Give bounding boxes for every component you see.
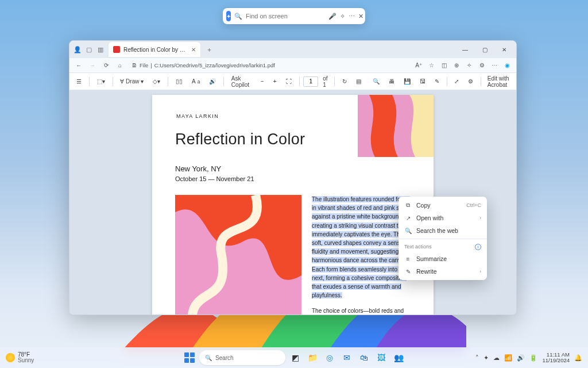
extensions-icon[interactable]: ✧ bbox=[463, 60, 475, 71]
close-icon[interactable]: ✕ bbox=[358, 12, 363, 21]
tray-battery-icon[interactable]: 🔋 bbox=[529, 354, 537, 362]
weather-condition: Sunny bbox=[18, 358, 34, 364]
url-scheme: File bbox=[140, 62, 148, 68]
open-with-icon: ↗ bbox=[404, 214, 412, 222]
zoom-in-button[interactable]: + bbox=[270, 75, 280, 88]
context-separator bbox=[399, 239, 487, 239]
favorite-icon[interactable]: ☆ bbox=[425, 60, 437, 71]
page-view-icon[interactable]: ▤ bbox=[353, 75, 365, 88]
back-button[interactable]: ← bbox=[73, 60, 84, 71]
taskbar-clock[interactable]: 11:11 AM 11/19/2024 bbox=[542, 352, 570, 363]
hero-art bbox=[358, 95, 434, 157]
copilot-sidebar-icon[interactable]: ◉ bbox=[501, 60, 513, 71]
fit-page-icon[interactable]: ⛶ bbox=[283, 75, 295, 88]
context-summarize[interactable]: ≡ Summarize bbox=[399, 252, 487, 265]
copilot-logo-icon: ✦ bbox=[226, 11, 231, 21]
address-bar-row: ← → ⟳ ⌂ 🗎 File | C:Users/Onedrive/5_izza… bbox=[69, 58, 516, 73]
weather-sun-icon bbox=[6, 353, 15, 362]
paragraph-body: The choice of colors—bold reds and gentl… bbox=[312, 306, 411, 315]
context-copy[interactable]: ⧉ Copy Ctrl+C bbox=[399, 199, 487, 212]
settings-pdf-icon[interactable]: ⚙ bbox=[465, 75, 477, 88]
search-pdf-icon[interactable]: 🔍 bbox=[369, 75, 383, 88]
address-bar[interactable]: 🗎 File | C:Users/Onedrive/5_izza/lovegiv… bbox=[128, 62, 411, 68]
find-on-screen-bar[interactable]: ✦ 🔍 🎤 ✧ ⋯ ✕ bbox=[223, 8, 365, 24]
text-size-icon[interactable]: Aa bbox=[188, 75, 203, 88]
find-on-screen-input[interactable] bbox=[246, 13, 325, 20]
context-rewrite[interactable]: ✎ Rewrite › bbox=[399, 265, 487, 278]
tray-onedrive-icon[interactable]: ☁ bbox=[493, 354, 500, 362]
tab-active[interactable]: Reflection in Color by Maya Lar… ✕ bbox=[109, 42, 200, 57]
more-icon[interactable]: ⋯ bbox=[349, 12, 355, 21]
chevron-right-icon: › bbox=[479, 269, 481, 274]
window-close-button[interactable]: ✕ bbox=[494, 42, 514, 57]
taskbar-search[interactable]: 🔍 Search bbox=[199, 350, 285, 365]
maximize-button[interactable]: ▢ bbox=[475, 42, 494, 57]
page-number-input[interactable] bbox=[303, 76, 318, 87]
forward-button[interactable]: → bbox=[87, 60, 98, 71]
store-icon[interactable]: 🛍 bbox=[357, 350, 372, 365]
refresh-button[interactable]: ⟳ bbox=[100, 60, 112, 71]
page-total: of 1 bbox=[323, 75, 328, 88]
menu-icon[interactable]: ⋯ bbox=[489, 60, 500, 71]
summarize-icon: ≡ bbox=[404, 255, 412, 263]
edit-with-acrobat-button[interactable]: Edit with Acrobat bbox=[485, 75, 513, 88]
split-icon[interactable]: ◫ bbox=[438, 60, 450, 71]
collections-icon[interactable]: ⊕ bbox=[451, 60, 462, 71]
outlook-icon[interactable]: ✉ bbox=[339, 350, 354, 365]
highlight-icon[interactable]: ◇▾ bbox=[149, 75, 164, 88]
url-separator: | bbox=[150, 62, 152, 68]
teams-icon[interactable]: 👥 bbox=[391, 350, 406, 365]
search-icon: 🔍 bbox=[205, 355, 212, 361]
pointer-icon[interactable]: ⬚▾ bbox=[94, 75, 109, 88]
search-icon: 🔍 bbox=[234, 13, 242, 20]
tray-chevron-icon[interactable]: ˄ bbox=[475, 354, 479, 362]
tray-notifications-icon[interactable]: 🔔 bbox=[574, 354, 582, 362]
saveas-icon[interactable]: 🖫 bbox=[416, 75, 429, 88]
file-icon: 🗎 bbox=[131, 62, 137, 68]
profile-icon[interactable]: 👤 bbox=[72, 44, 83, 55]
mic-icon[interactable]: 🎤 bbox=[328, 12, 336, 21]
minimize-button[interactable]: ― bbox=[455, 42, 475, 57]
context-search-web[interactable]: 🔍 Search the web bbox=[399, 224, 487, 237]
context-menu: ⧉ Copy Ctrl+C ↗ Open with › 🔍 Search the… bbox=[399, 197, 487, 280]
info-icon[interactable]: i bbox=[475, 244, 481, 250]
contents-icon[interactable]: ☰ bbox=[73, 75, 85, 88]
pdf-page: MAYA LARKIN Reflection in Color New York… bbox=[152, 95, 434, 315]
titlebar: 👤 ▢ ▥ Reflection in Color by Maya Lar… ✕… bbox=[69, 41, 516, 58]
taskbar: 78°F Sunny 🔍 Search ◩ 📁 ◎ ✉ 🛍 🖼 👥 ˄ ✦ ☁ … bbox=[0, 347, 588, 368]
home-button[interactable]: ⌂ bbox=[114, 60, 126, 71]
edge-icon[interactable]: ◎ bbox=[322, 350, 337, 365]
explorer-icon[interactable]: 📁 bbox=[305, 350, 320, 365]
start-button[interactable] bbox=[182, 350, 197, 365]
rewrite-icon: ✎ bbox=[404, 268, 412, 275]
task-view-icon[interactable]: ◩ bbox=[288, 350, 303, 365]
copy-icon: ⧉ bbox=[404, 202, 412, 209]
paragraph-selected[interactable]: The illustration features rounded forms … bbox=[312, 195, 411, 300]
photos-icon[interactable]: 🖼 bbox=[374, 350, 389, 365]
annotate-icon[interactable]: ✎ bbox=[431, 75, 443, 88]
fullscreen-icon[interactable]: ⤢ bbox=[451, 75, 462, 88]
context-open-with[interactable]: ↗ Open with › bbox=[399, 212, 487, 224]
search-web-icon: 🔍 bbox=[404, 227, 412, 235]
draw-button[interactable]: ∀Draw▾ bbox=[117, 75, 147, 88]
settings-icon[interactable]: ⚙ bbox=[476, 60, 488, 71]
print-icon[interactable]: 🖶 bbox=[385, 75, 398, 88]
body-art bbox=[175, 195, 301, 315]
workspaces-icon[interactable]: ▢ bbox=[83, 44, 95, 55]
document-dates: October 15 — November 21 bbox=[175, 175, 411, 182]
tab-actions-icon[interactable]: ▥ bbox=[95, 44, 106, 55]
copilot-icon[interactable]: ✧ bbox=[340, 12, 345, 21]
save-icon[interactable]: 💾 bbox=[400, 75, 414, 88]
two-page-icon[interactable]: ▯▯ bbox=[172, 75, 186, 88]
read-aloud-pdf-icon[interactable]: 🔊 bbox=[206, 75, 219, 88]
rotate-icon[interactable]: ↻ bbox=[339, 75, 350, 88]
taskbar-weather[interactable]: 78°F Sunny bbox=[6, 352, 34, 364]
zoom-out-button[interactable]: − bbox=[257, 75, 268, 88]
ask-copilot-button[interactable]: Ask Copilot bbox=[228, 75, 253, 88]
read-aloud-icon[interactable]: A⁺ bbox=[413, 60, 424, 71]
tray-copilot-icon[interactable]: ✦ bbox=[483, 354, 489, 362]
tray-wifi-icon[interactable]: 📶 bbox=[504, 354, 512, 362]
tab-close-icon[interactable]: ✕ bbox=[191, 47, 196, 53]
new-tab-button[interactable]: ＋ bbox=[203, 43, 215, 56]
tray-volume-icon[interactable]: 🔊 bbox=[517, 354, 525, 362]
